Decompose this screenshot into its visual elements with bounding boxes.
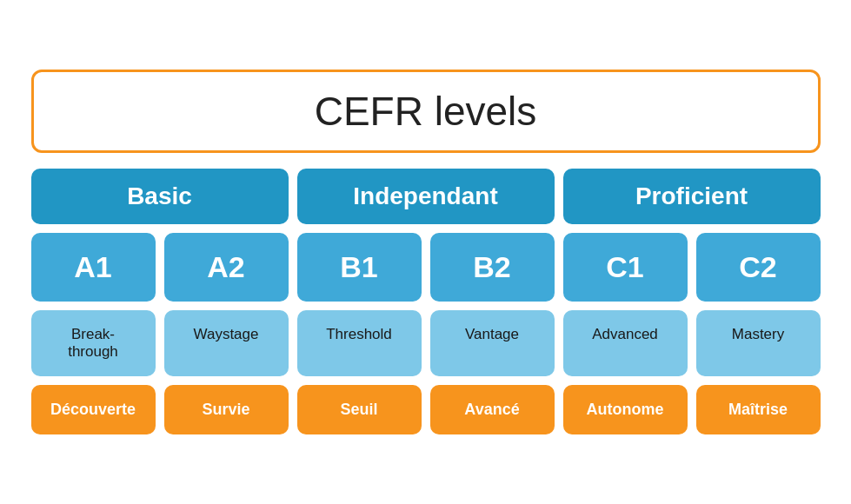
level-code-b1: B1 bbox=[297, 233, 422, 302]
level-name-a2: Waystage bbox=[164, 310, 289, 376]
level-french-b1: Seuil bbox=[297, 385, 422, 434]
category-independant: Independant bbox=[297, 169, 555, 224]
level-french-b2: Avancé bbox=[430, 385, 555, 434]
level-name-b1: Threshold bbox=[297, 310, 422, 376]
level-french-c2: Maîtrise bbox=[696, 385, 821, 434]
levels-grid: Basic Independant Proficient A1 A2 B1 B2… bbox=[31, 169, 821, 434]
page-title: CEFR levels bbox=[315, 89, 537, 134]
title-box: CEFR levels bbox=[31, 70, 821, 153]
level-code-a2: A2 bbox=[164, 233, 289, 302]
category-proficient: Proficient bbox=[563, 169, 821, 224]
level-code-c1: C1 bbox=[563, 233, 688, 302]
level-name-c2: Mastery bbox=[696, 310, 821, 376]
level-french-a1: Découverte bbox=[31, 385, 156, 434]
level-code-c2: C2 bbox=[696, 233, 821, 302]
level-name-c1: Advanced bbox=[563, 310, 688, 376]
level-french-a2: Survie bbox=[164, 385, 289, 434]
level-french-c1: Autonome bbox=[563, 385, 688, 434]
category-basic: Basic bbox=[31, 169, 289, 224]
level-code-a1: A1 bbox=[31, 233, 156, 302]
level-code-b2: B2 bbox=[430, 233, 555, 302]
level-name-b2: Vantage bbox=[430, 310, 555, 376]
cefr-container: CEFR levels Basic Independant Proficient… bbox=[17, 56, 834, 448]
level-name-a1: Break-through bbox=[31, 310, 156, 376]
